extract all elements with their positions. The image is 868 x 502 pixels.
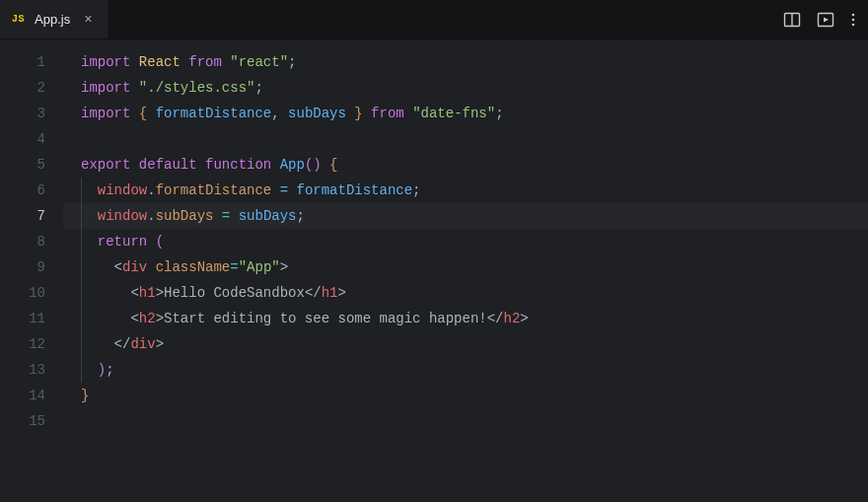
token-kw: default	[139, 157, 197, 173]
indent	[81, 336, 114, 352]
token-brk: {	[329, 157, 337, 173]
tab-app-js[interactable]: JS App.js ×	[0, 0, 109, 38]
token-txt: Start editing to see some magic happen!	[164, 311, 487, 326]
token-id: window	[98, 182, 147, 198]
line-number: 2	[0, 75, 63, 101]
token-pun	[322, 157, 329, 173]
indent-guide	[81, 280, 82, 306]
token-op: =	[230, 259, 238, 275]
token-id: h2	[139, 311, 156, 326]
token-fn: App	[280, 157, 305, 173]
token-id: h1	[139, 285, 156, 301]
indent	[81, 208, 98, 224]
token-pun: .	[147, 182, 155, 198]
line-number: 8	[0, 229, 63, 254]
token-id: window	[98, 208, 147, 224]
token-tag: >	[156, 336, 164, 352]
code-line[interactable]: import "./styles.css";	[63, 75, 868, 101]
code-line[interactable]: window.formatDistance = formatDistance;	[63, 178, 868, 203]
indent-guide	[81, 178, 82, 203]
token-prop: formatDistance	[156, 182, 272, 198]
token-pun	[404, 106, 412, 121]
token-op: =	[280, 182, 288, 198]
token-kw: export	[81, 157, 130, 173]
token-par: (	[156, 234, 164, 250]
code-line[interactable]: <div className="App">	[63, 254, 868, 280]
token-tag: </	[487, 311, 504, 326]
more-icon[interactable]	[850, 11, 856, 29]
indent-guide	[81, 357, 82, 383]
javascript-file-icon: JS	[12, 14, 25, 25]
line-number: 7	[0, 203, 63, 229]
token-pun: ;	[296, 208, 304, 224]
code-line[interactable]: import { formatDistance, subDays } from …	[63, 101, 868, 126]
code-line[interactable]: <h1>Hello CodeSandbox</h1>	[63, 280, 868, 306]
code-line[interactable]: export default function App() {	[63, 152, 868, 178]
code-line[interactable]: window.subDays = subDays;	[63, 203, 868, 229]
close-tab-button[interactable]: ×	[80, 11, 96, 29]
token-str: "./styles.css"	[139, 80, 255, 96]
token-kw: import	[81, 106, 130, 121]
svg-point-5	[852, 18, 855, 21]
token-par: ()	[305, 157, 322, 173]
token-str: "date-fns"	[412, 106, 495, 121]
code-editor[interactable]: 123456789101112131415 import React from …	[0, 39, 868, 502]
code-line[interactable]: }	[63, 383, 868, 408]
token-fn: subDays	[288, 106, 346, 121]
token-tag: </	[305, 285, 322, 301]
indent-guide	[81, 254, 82, 280]
token-op: =	[222, 208, 230, 224]
indent	[81, 311, 130, 326]
token-str: "App"	[239, 259, 280, 275]
token-id: h2	[504, 311, 521, 326]
editor-toolbar	[771, 0, 868, 38]
line-number: 11	[0, 306, 63, 331]
token-pun	[271, 157, 279, 173]
token-tag: <	[130, 285, 138, 301]
token-txt: Hello CodeSandbox	[164, 285, 305, 301]
line-number: 6	[0, 178, 63, 203]
line-number: 10	[0, 280, 63, 306]
token-fn: formatDistance	[156, 106, 272, 121]
token-pun	[222, 54, 230, 70]
code-line[interactable]: );	[63, 357, 868, 383]
code-area[interactable]: import React from "react";import "./styl…	[63, 39, 868, 502]
code-line[interactable]: </div>	[63, 331, 868, 357]
token-brk: {	[139, 106, 156, 121]
indent	[81, 182, 98, 198]
token-tag: >	[280, 259, 288, 275]
code-line[interactable]: return (	[63, 229, 868, 254]
token-tag: </	[114, 336, 131, 352]
token-kw: function	[205, 157, 271, 173]
svg-point-6	[852, 23, 855, 26]
token-pun	[130, 106, 138, 121]
indent	[81, 362, 98, 378]
token-tag: >	[338, 285, 346, 301]
line-number: 9	[0, 254, 63, 280]
token-pun: ,	[271, 106, 288, 121]
line-number: 3	[0, 101, 63, 126]
indent-guide	[81, 229, 82, 254]
token-id: div	[130, 336, 155, 352]
indent-guide	[81, 331, 82, 357]
token-kw: from	[188, 54, 222, 70]
split-editor-icon[interactable]	[783, 11, 801, 29]
token-pun	[271, 182, 279, 198]
indent	[81, 259, 114, 275]
code-line[interactable]: import React from "react";	[63, 49, 868, 75]
code-line[interactable]	[63, 408, 868, 434]
line-number-gutter: 123456789101112131415	[0, 39, 63, 502]
token-prop: subDays	[156, 208, 214, 224]
token-pun	[197, 157, 205, 173]
token-kw: return	[98, 234, 147, 250]
code-line[interactable]: <h2>Start editing to see some magic happ…	[63, 306, 868, 331]
token-fn: subDays	[239, 208, 297, 224]
line-number: 13	[0, 357, 63, 383]
tab-bar: JS App.js ×	[0, 0, 868, 39]
token-tag: >	[156, 311, 164, 326]
code-line[interactable]	[63, 126, 868, 152]
preview-icon[interactable]	[817, 11, 834, 29]
line-number: 1	[0, 49, 63, 75]
indent-guide	[81, 306, 82, 331]
token-cls: React	[139, 54, 181, 70]
